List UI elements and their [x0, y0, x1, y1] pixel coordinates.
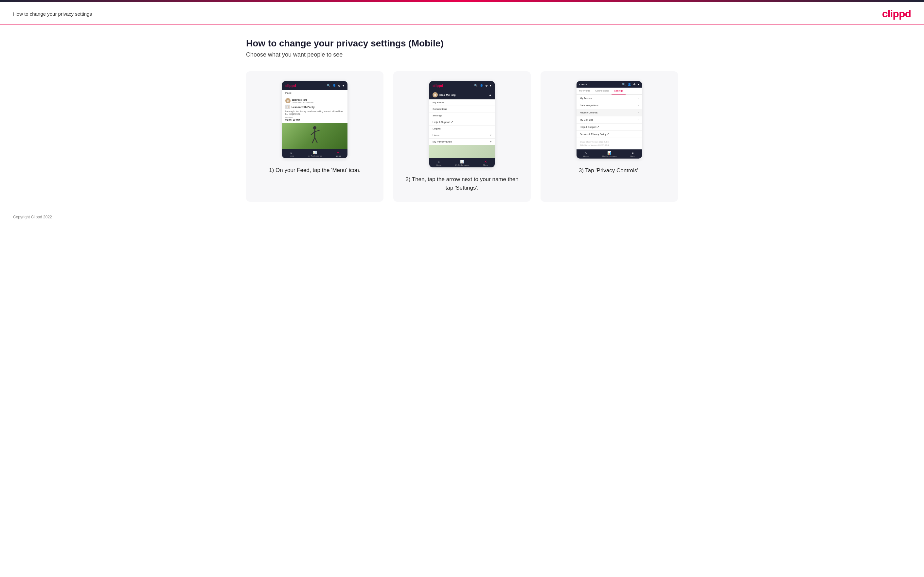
- svg-line-4: [312, 138, 315, 143]
- menu-item-myperformance: My Performance ▾: [429, 139, 495, 145]
- app-nav-icons-3: 🔍 👤 ⊕ ▾: [622, 83, 639, 86]
- app-nav-icons-1: 🔍 👤 ⊕ ▾: [327, 84, 344, 87]
- page-title: How to change your privacy settings (Mob…: [246, 38, 678, 49]
- step-3-phone: < Back 🔍 👤 ⊕ ▾ My Profile Connections Se…: [577, 81, 642, 158]
- app-navbar-2: clippd 🔍 👤 ⊕ ▾: [429, 81, 495, 90]
- svg-point-0: [313, 126, 317, 129]
- settings-item-serviceprivacy[interactable]: Service & Privacy Policy ↗: [577, 131, 642, 138]
- feed-item: B Blair McHarg Yesterday · Sunningdale 📋…: [282, 96, 347, 123]
- bottom-nav-menu-3: ≡ Menu: [630, 151, 635, 157]
- feed-user-name: Blair McHarg: [292, 98, 313, 102]
- perf-label-1: My Performance: [308, 155, 322, 157]
- chevron-up-icon: ▲: [489, 93, 491, 97]
- settings-item-dataintegrations[interactable]: Data Integrations ›: [577, 102, 642, 109]
- bottom-nav-home-2: ⌂ Home: [436, 160, 441, 166]
- feed-tab: Feed: [282, 90, 347, 96]
- back-button: < Back: [579, 83, 587, 86]
- settings-item-mygolfbag[interactable]: My Golf Bag ›: [577, 116, 642, 124]
- app-navbar-1: clippd 🔍 👤 ⊕ ▾: [282, 81, 347, 90]
- close-icon-2: ✕: [484, 160, 487, 163]
- breadcrumb: How to change your privacy settings: [13, 11, 92, 17]
- helpsupport-label: Help & Support ↗: [580, 126, 599, 129]
- footer: Copyright Clippd 2022: [0, 202, 924, 226]
- bottom-nav-perf-2: 📊 My Performance: [455, 160, 469, 166]
- settings-item-myaccount[interactable]: My Account ›: [577, 95, 642, 102]
- client-version: Clippd Client Version: 2022.8.3-3: [580, 140, 639, 144]
- home-label-1: Home: [289, 155, 294, 157]
- tab-settings[interactable]: Settings: [612, 88, 625, 95]
- dataintegrations-chevron: ›: [638, 104, 639, 107]
- bottom-nav-menu-1: ≡ Menu: [336, 151, 341, 157]
- privacycontrols-chevron: ›: [638, 111, 639, 114]
- menu-item-helpsupport: Help & Support ↗: [429, 119, 495, 126]
- bottom-nav-perf-1: 📊 My Performance: [308, 151, 322, 157]
- step-3-card: < Back 🔍 👤 ⊕ ▾ My Profile Connections Se…: [541, 71, 678, 202]
- svg-line-3: [315, 130, 320, 132]
- home-icon-3: ⌂: [585, 151, 587, 155]
- menu-label-1: Menu: [336, 155, 341, 157]
- menu-item-myprofile: My Profile: [429, 99, 495, 106]
- perf-icon-2: 📊: [460, 160, 464, 163]
- tab-myprofile[interactable]: My Profile: [577, 88, 593, 95]
- myaccount-chevron: ›: [638, 97, 639, 100]
- logo: clippd: [882, 8, 911, 20]
- privacycontrols-label: Privacy Controls: [580, 111, 598, 114]
- search-icon-1: 🔍: [327, 84, 331, 87]
- bottom-nav-menu-2: ✕ Menu: [483, 160, 488, 166]
- version-info: Clippd Client Version: 2022.8.3-3 GQL Se…: [577, 138, 642, 149]
- menu-item-connections: Connections: [429, 106, 495, 113]
- svg-line-2: [311, 132, 315, 135]
- menu-icon-1: ≡: [338, 151, 339, 154]
- tab-connections[interactable]: Connections: [593, 88, 612, 95]
- menu-user-left: B Blair McHarg: [433, 92, 456, 97]
- menu-label-3: Menu: [630, 155, 635, 157]
- step-1-caption: 1) On your Feed, tap the 'Menu' icon.: [269, 166, 360, 174]
- perf-icon-3: 📊: [607, 151, 611, 155]
- user-icon-3: 👤: [628, 83, 631, 86]
- perf-label-2: My Performance: [455, 164, 469, 166]
- lesson-title: Lesson with Fordy: [292, 106, 315, 108]
- header: How to change your privacy settings clip…: [0, 2, 924, 25]
- settings-item-privacycontrols[interactable]: Privacy Controls ›: [577, 109, 642, 116]
- settings-tabs: My Profile Connections Settings: [577, 88, 642, 95]
- avatar-2: B: [433, 92, 438, 97]
- search-icon-3: 🔍: [622, 83, 625, 86]
- menu-perf-label: My Performance: [433, 140, 452, 143]
- feed-lesson: 📋 Lesson with Fordy: [285, 105, 344, 109]
- menu-label-2: Menu: [483, 164, 488, 166]
- plus-icon-2: ⊕: [485, 84, 488, 87]
- page-subtitle: Choose what you want people to see: [246, 51, 678, 58]
- menu-home-label: Home: [433, 134, 439, 137]
- chevron-icon-3: ▾: [638, 83, 639, 86]
- feed-user-row: B Blair McHarg Yesterday · Sunningdale: [285, 98, 344, 103]
- menu-user-name: Blair McHarg: [439, 93, 456, 97]
- menu-item-logout: Logout: [429, 126, 495, 132]
- steps-container: clippd 🔍 👤 ⊕ ▾ Feed B: [246, 71, 678, 202]
- user-icon-1: 👤: [333, 84, 336, 87]
- background-image-2: [429, 145, 495, 158]
- app-nav-icons-2: 🔍 👤 ⊕ ▾: [474, 84, 491, 87]
- menu-user-row: B Blair McHarg ▲: [429, 90, 495, 99]
- golfer-svg: [308, 125, 321, 147]
- step-2-caption: 2) Then, tap the arrow next to your name…: [403, 175, 521, 192]
- bottom-nav-home-1: ⌂ Home: [289, 151, 294, 157]
- gql-version: GQL Server Version: 2022.7.30-1: [580, 144, 639, 147]
- lesson-icon: 📋: [285, 105, 290, 109]
- mygolfbag-chevron: ›: [638, 118, 639, 121]
- step-3-caption: 3) Tap 'Privacy Controls'.: [579, 166, 640, 175]
- perf-label-3: My Performance: [602, 155, 616, 157]
- menu-item-home: Home ▾: [429, 132, 495, 139]
- svg-line-5: [315, 138, 317, 143]
- user-icon-2: 👤: [480, 84, 483, 87]
- app-logo-2: clippd: [433, 84, 443, 88]
- feed-user-sub: Yesterday · Sunningdale: [292, 102, 313, 103]
- home-icon-2: ⌂: [438, 160, 440, 163]
- settings-item-helpsupport[interactable]: Help & Support ↗: [577, 124, 642, 131]
- perf-icon-1: 📊: [313, 151, 317, 154]
- menu-icon-3: ≡: [632, 151, 634, 155]
- step-2-card: clippd 🔍 👤 ⊕ ▾ B Blair McHarg ▲: [393, 71, 531, 202]
- chevron-icon-2: ▾: [490, 84, 491, 87]
- search-icon-2: 🔍: [474, 84, 478, 87]
- main-content: How to change your privacy settings (Mob…: [233, 25, 691, 202]
- home-label-3: Home: [583, 155, 589, 157]
